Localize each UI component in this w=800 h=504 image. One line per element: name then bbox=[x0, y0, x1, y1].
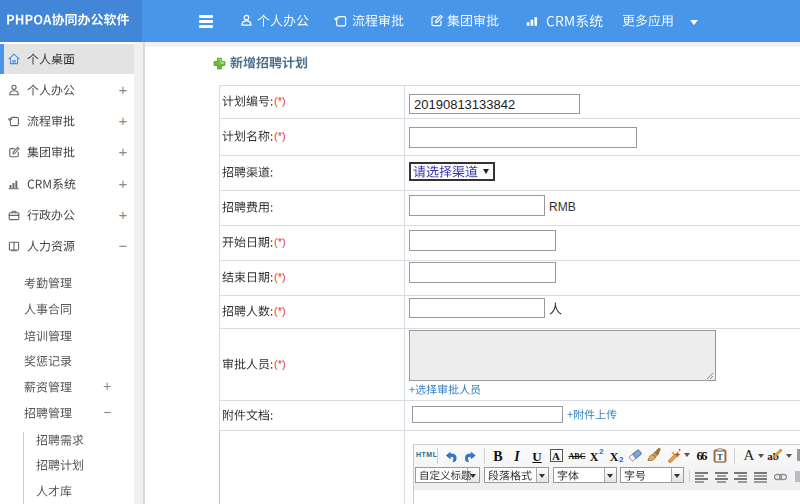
svg-text:T: T bbox=[717, 453, 723, 462]
